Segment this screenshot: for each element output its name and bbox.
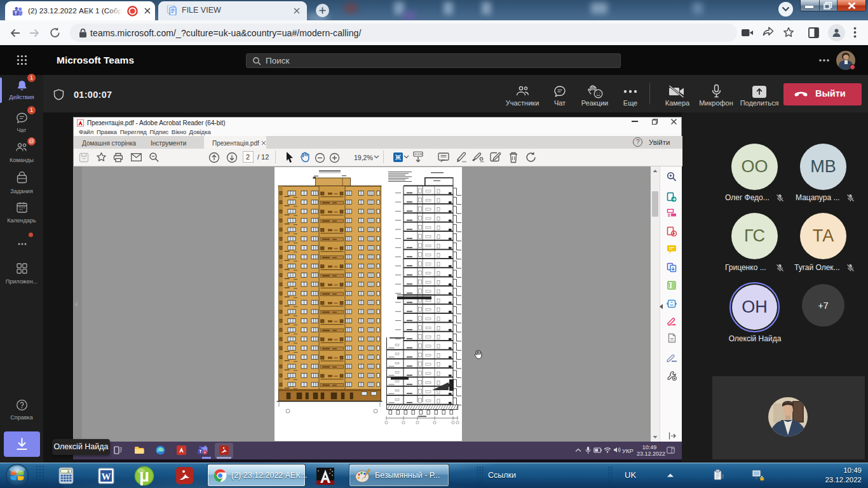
svg-text:8: 8	[67, 470, 69, 473]
svg-text:W: W	[102, 471, 111, 482]
